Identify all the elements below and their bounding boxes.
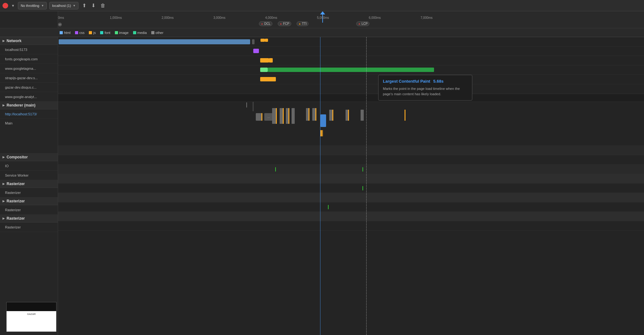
- renderer-section-label: Renderer (main): [7, 103, 35, 107]
- legend-html: html: [60, 31, 71, 35]
- track-rasterizer1-header: [58, 174, 644, 184]
- main-orange2: [276, 108, 277, 124]
- sidebar-item-analytics[interactable]: www.google-analyt...: [0, 92, 58, 102]
- sidebar-section-rasterizer1[interactable]: ▶ Rasterizer: [0, 180, 58, 188]
- sidebar-item-disqus[interactable]: gazar-dev.disqus.c...: [0, 83, 58, 92]
- sidebar-item-main[interactable]: Main: [0, 119, 58, 153]
- timeline-header: 0ms 1,000ms 2,000ms 3,000ms 4,000ms 5,00…: [0, 11, 644, 28]
- main-orange8: [348, 110, 349, 121]
- compositor-expand-icon: ▶: [3, 156, 5, 159]
- localhost-orange2: [265, 39, 268, 42]
- content-area: ▶ Network localhost:5173 fonts.googleapi…: [0, 37, 644, 335]
- sidebar-section-rasterizer3[interactable]: ▶ Rasterizer: [0, 215, 58, 222]
- rast2-tick1: [328, 205, 329, 209]
- record-button[interactable]: [3, 3, 8, 8]
- sidebar-item-rasterizer3[interactable]: Rasterizer: [0, 222, 58, 232]
- sidebar-item-strapijs[interactable]: strapijs-gazar-dev.s...: [0, 73, 58, 83]
- rasterizer1-expand-icon: ▶: [3, 182, 5, 185]
- compositor-section-label: Compositor: [7, 155, 28, 159]
- html-label: html: [64, 31, 71, 35]
- lcp-tooltip: Largest Contentful Paint 5.68s Marks the…: [378, 75, 472, 101]
- track-rasterizer1: [58, 184, 644, 193]
- sidebar-section-renderer[interactable]: ▶ Renderer (main): [0, 102, 58, 109]
- js-label: js: [93, 31, 96, 35]
- strapijs-green2: [268, 68, 434, 72]
- main-gray1: [256, 113, 262, 121]
- profile-dropdown[interactable]: localhost (1) ▼: [49, 2, 78, 9]
- sidebar-section-compositor[interactable]: ▶ Compositor: [0, 153, 58, 161]
- lcp-tooltip-value: 5.68s: [433, 79, 444, 84]
- thumbnail-area: GAZAR: [0, 232, 58, 237]
- track-rasterizer2-header: [58, 193, 644, 202]
- track-compositor: [58, 146, 644, 155]
- main-orange5: [309, 108, 309, 121]
- sidebar-item-rasterizer2[interactable]: Rasterizer: [0, 205, 58, 215]
- sidebar-item-renderer-url[interactable]: http://localhost:5173/: [0, 109, 58, 119]
- task-tick-1: [253, 102, 254, 111]
- download-button[interactable]: ⬇: [90, 2, 97, 9]
- legend-css: css: [75, 31, 85, 35]
- renderer-expand-icon: ▶: [3, 104, 5, 107]
- fcp-icon: ▲: [280, 22, 282, 25]
- main-gray5: [292, 108, 295, 124]
- thumbnail-label: GAZAR: [27, 313, 36, 316]
- legend-other: other: [151, 31, 164, 35]
- throttle-dropdown[interactable]: No throttling ▼: [18, 2, 47, 9]
- ruler-label-7000: 7,000ms: [421, 16, 432, 19]
- rast1-tick1: [362, 186, 363, 190]
- chevron-down-button[interactable]: ▼: [11, 3, 15, 8]
- timeline-ruler: 0ms 1,000ms 2,000ms 3,000ms 4,000ms 5,00…: [58, 11, 644, 28]
- disqus-bar: [260, 77, 276, 81]
- network-section-label: Network: [7, 39, 21, 43]
- track-gtm: [58, 56, 644, 65]
- html-dot: [60, 31, 63, 34]
- sidebar-item-localhost5173[interactable]: localhost:5173: [0, 45, 58, 54]
- font-label: font: [105, 31, 110, 35]
- track-strapijs: [58, 65, 644, 75]
- rasterizer3-expand-icon: ▶: [3, 217, 5, 220]
- timeline-content: ...: [58, 37, 644, 335]
- tti-label: TTI: [302, 22, 307, 25]
- throttle-label: No throttling: [21, 4, 39, 8]
- delete-button[interactable]: 🗑: [99, 2, 107, 9]
- main-gray7: [312, 108, 315, 121]
- ruler-labels: 0ms 1,000ms 2,000ms 3,000ms 4,000ms 5,00…: [58, 11, 644, 21]
- marker-pills-row: ▲ DCL ▲ FCP ▲ TTI: [58, 21, 644, 28]
- legend-font: font: [100, 31, 110, 35]
- gtm-bar2: [269, 58, 273, 63]
- scroll-icon: ↩: [59, 23, 61, 26]
- track-service-worker: [58, 165, 644, 174]
- rasterizer2-expand-icon: ▶: [3, 200, 5, 203]
- main-blue-block: [320, 114, 326, 127]
- upload-button[interactable]: ⬆: [81, 2, 88, 9]
- page-thumbnail: GAZAR: [6, 302, 56, 332]
- sidebar-item-rasterizer1[interactable]: Rasterizer: [0, 188, 58, 197]
- rasterizer1-section-label: Rasterizer: [7, 182, 25, 186]
- track-fonts: [58, 47, 644, 56]
- lcp-pill: ▲ LCP: [356, 21, 369, 26]
- rasterizer2-section-label: Rasterizer: [7, 199, 25, 203]
- sidebar-item-fonts[interactable]: fonts.googleapis.com: [0, 54, 58, 64]
- main-bottom-orange2: [322, 130, 323, 136]
- css-label: css: [79, 31, 85, 35]
- gtm-bar1: [260, 58, 269, 63]
- track-analytics: [58, 84, 644, 94]
- main-orange7: [332, 110, 333, 121]
- js-dot: [89, 31, 92, 34]
- legend-image: image: [115, 31, 129, 35]
- main-orange3: [283, 108, 284, 124]
- track-disqus: [58, 75, 644, 84]
- media-label: media: [137, 31, 147, 35]
- track-rasterizer3: [58, 221, 644, 231]
- localhost-orange1: [260, 39, 265, 42]
- fcp-pill: ▲ FCP: [278, 21, 291, 26]
- sidebar: ▶ Network localhost:5173 fonts.googleapi…: [0, 37, 58, 335]
- sidebar-item-io[interactable]: IO: [0, 161, 58, 171]
- sidebar-item-googletagma[interactable]: www.googletagma...: [0, 64, 58, 73]
- lcp-label: LCP: [362, 22, 368, 25]
- legend-bar: html css js font image media other: [0, 28, 644, 37]
- sidebar-section-rasterizer2[interactable]: ▶ Rasterizer: [0, 197, 58, 205]
- sidebar-section-network[interactable]: ▶ Network: [0, 37, 58, 45]
- lcp-marker-area: ▲ LCP: [356, 21, 369, 26]
- sidebar-item-service-worker[interactable]: Service Worker: [0, 171, 58, 180]
